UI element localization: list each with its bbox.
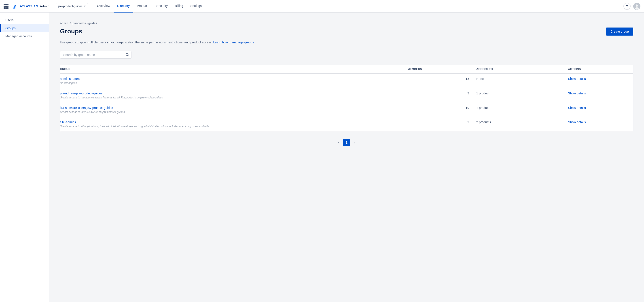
col-header-members: Members [404,65,473,74]
breadcrumb-admin-link[interactable]: Admin [60,22,68,25]
topnav-link-security[interactable]: Security [153,0,171,12]
search-input[interactable] [60,51,132,58]
group-name-link-0[interactable]: administrators [60,77,400,80]
topnav-right: ? [624,3,640,10]
col-header-group: Group [60,65,404,74]
grid-menu-icon[interactable] [4,4,8,9]
col-header-access: Access to [473,65,564,74]
group-name-link-1[interactable]: jira-admins-jsw-product-guides [60,92,400,95]
sidebar-item-users[interactable]: Users [0,16,49,24]
page-header: Groups Create group [60,28,633,36]
group-members-1: 3 [404,88,473,103]
main-content: Admin / jsw-product-guides Groups Create… [49,12,644,302]
group-desc-0: No description [60,82,77,84]
group-members-2: 19 [404,103,473,117]
breadcrumb-org-link[interactable]: jsw-product-guides [72,22,97,25]
svg-point-2 [635,8,639,10]
pagination: ‹ 1 › [60,139,633,146]
group-members-3: 2 [404,117,473,132]
group-desc-1: Grants access to the administration feat… [60,96,163,99]
atlassian-logo[interactable]: ATLASSIAN Admin [12,3,50,10]
pagination-next[interactable]: › [351,139,358,146]
group-desc-2: Grants access to JIRA Software on jsw-pr… [60,110,125,114]
org-selector[interactable]: jsw-product-guides [56,3,88,9]
admin-label: Admin [40,4,50,8]
help-button[interactable]: ? [624,3,630,10]
group-access-2: 1 product [473,103,564,117]
topnav-link-directory[interactable]: Directory [114,0,133,12]
search-box [60,51,132,58]
svg-line-4 [128,56,129,56]
chevron-down-icon [84,6,86,7]
create-group-button[interactable]: Create group [606,28,633,36]
page-description: Use groups to give multiple users in you… [60,40,633,45]
topnav-link-settings[interactable]: Settings [187,0,205,12]
col-header-actions: Actions [564,65,633,74]
group-members-0: 13 [404,74,473,88]
topnav-left: ATLASSIAN Admin jsw-product-guides [4,3,88,10]
prev-arrow-icon: ‹ [338,140,339,144]
user-avatar[interactable] [633,3,640,10]
groups-table: Group Members Access to Actions administ… [60,65,633,132]
group-name-link-2[interactable]: jira-software-users-jsw-product-guides [60,106,400,110]
show-details-link-3[interactable]: Show details [568,120,586,124]
show-details-link-0[interactable]: Show details [568,77,586,80]
show-details-link-1[interactable]: Show details [568,92,586,95]
pagination-prev[interactable]: ‹ [335,139,342,146]
topnav-links: OverviewDirectoryProductsSecurityBilling… [94,0,205,12]
table-row: administratorsNo description13NoneShow d… [60,74,633,88]
sidebar: UsersGroupsManaged accounts [0,12,49,302]
table-row: jira-software-users-jsw-product-guidesGr… [60,103,633,117]
search-icon [126,53,129,56]
page-layout: UsersGroupsManaged accounts Admin / jsw-… [0,12,644,302]
search-button[interactable] [126,53,129,56]
table-row: jira-admins-jsw-product-guidesGrants acc… [60,88,633,103]
page-title: Groups [60,28,82,35]
next-arrow-icon: › [354,140,355,144]
group-desc-3: Grants access to all applications, their… [60,125,209,128]
table-row: site-adminsGrants access to all applicat… [60,117,633,132]
breadcrumb-separator: / [70,22,71,25]
svg-point-1 [636,4,638,7]
topnav: ATLASSIAN Admin jsw-product-guides Overv… [0,0,644,12]
group-access-1: 1 product [473,88,564,103]
atlassian-wordmark: ATLASSIAN [20,4,38,8]
breadcrumb: Admin / jsw-product-guides [60,22,633,25]
pagination-page-1[interactable]: 1 [343,139,350,146]
group-access-0: None [473,74,564,88]
group-access-3: 2 products [473,117,564,132]
show-details-link-2[interactable]: Show details [568,106,586,110]
topnav-link-overview[interactable]: Overview [94,0,114,12]
learn-link[interactable]: Learn how to manage groups [213,40,254,44]
topnav-link-billing[interactable]: Billing [171,0,187,12]
sidebar-item-managed-accounts[interactable]: Managed accounts [0,32,49,40]
topnav-link-products[interactable]: Products [133,0,153,12]
org-name: jsw-product-guides [58,4,82,8]
sidebar-item-groups[interactable]: Groups [0,24,49,32]
group-name-link-3[interactable]: site-admins [60,120,400,124]
